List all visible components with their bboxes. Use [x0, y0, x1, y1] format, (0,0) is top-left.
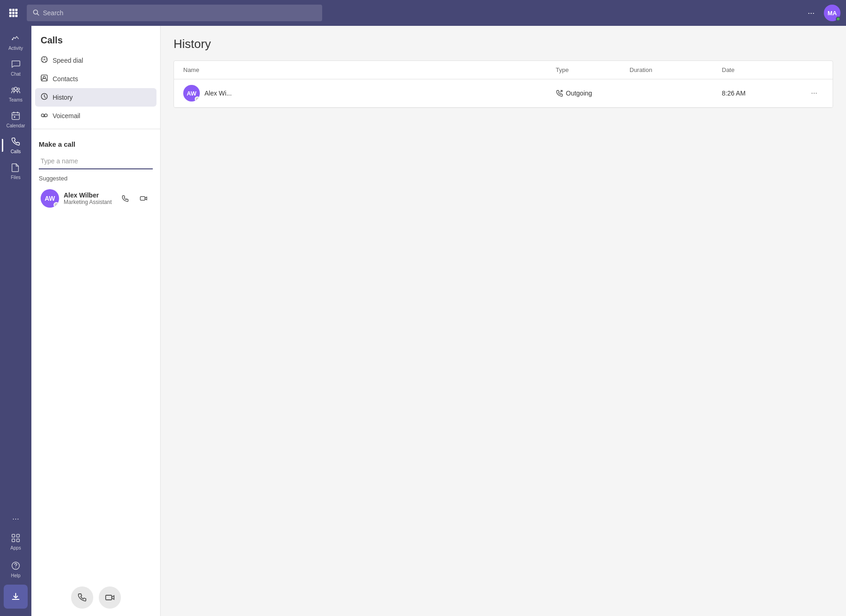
download-button[interactable] — [4, 585, 28, 609]
svg-rect-15 — [12, 113, 19, 120]
svg-rect-21 — [17, 534, 19, 537]
teams-icon — [11, 85, 21, 96]
search-bar[interactable] — [27, 5, 322, 21]
sidebar-item-help[interactable]: Help — [2, 557, 30, 582]
search-input[interactable] — [43, 9, 316, 17]
svg-point-32 — [44, 59, 45, 60]
svg-rect-42 — [140, 197, 145, 200]
svg-point-31 — [42, 59, 43, 60]
svg-rect-7 — [12, 15, 15, 17]
avatar-status-dot — [836, 17, 840, 21]
history-icon — [41, 93, 48, 102]
help-icon — [11, 561, 21, 572]
suggested-label: Suggested — [39, 175, 153, 182]
sidebar-item-label: Calls — [11, 150, 21, 154]
history-type-cell: Outgoing — [556, 90, 630, 97]
suggested-contact-avatar: AW — [41, 189, 59, 208]
sidebar-item-calls[interactable]: Calls — [2, 133, 30, 158]
svg-point-28 — [46, 59, 47, 60]
avatar-status-dot — [54, 202, 59, 208]
make-call-section: Make a call Suggested AW Alex Wilber Mar… — [31, 133, 160, 219]
svg-point-14 — [18, 88, 19, 90]
history-contact-name: Alex Wi... — [204, 90, 232, 97]
col-header-actions — [805, 66, 823, 73]
sidebar-item-calendar[interactable]: Calendar — [2, 107, 30, 132]
sidebar-item-files[interactable]: Files — [2, 159, 30, 184]
sidebar-more-button[interactable]: ··· — [8, 510, 23, 527]
sidebar: Activity Chat Teams — [0, 26, 31, 616]
history-area: History Name Type Duration Date AW Alex … — [161, 26, 846, 616]
files-icon — [11, 162, 21, 174]
dial-video-button[interactable] — [99, 586, 121, 609]
history-contact-avatar: AW — [183, 85, 200, 102]
history-page-title: History — [174, 37, 833, 51]
calls-bottom-buttons — [31, 579, 160, 616]
sidebar-item-label: Files — [11, 175, 20, 180]
sidebar-bottom: ··· Apps — [2, 510, 30, 612]
contacts-icon — [41, 74, 48, 84]
nav-contacts[interactable]: Contacts — [35, 70, 156, 88]
topbar-more-button[interactable]: ··· — [804, 6, 818, 20]
topbar: ··· MA — [0, 0, 846, 26]
svg-rect-0 — [9, 9, 12, 11]
suggested-contact-name: Alex Wilber — [64, 191, 113, 199]
call-contact-button[interactable] — [118, 191, 132, 206]
nav-item-label: Contacts — [53, 75, 78, 83]
sidebar-item-activity[interactable]: Activity — [2, 30, 30, 54]
sidebar-item-chat[interactable]: Chat — [2, 55, 30, 80]
svg-rect-4 — [12, 12, 15, 14]
dial-call-button[interactable] — [71, 586, 93, 609]
suggested-contact-role: Marketing Assistant — [64, 199, 113, 205]
video-contact-button[interactable] — [136, 191, 151, 206]
history-name-cell: AW Alex Wi... — [183, 85, 556, 102]
nav-item-label: Speed dial — [53, 57, 83, 64]
make-call-input[interactable] — [39, 154, 153, 169]
history-table: Name Type Duration Date AW Alex Wi... — [174, 60, 833, 108]
svg-point-40 — [45, 114, 48, 117]
svg-rect-20 — [12, 534, 15, 537]
svg-rect-2 — [15, 9, 18, 11]
nav-speed-dial[interactable]: Speed dial — [35, 51, 156, 70]
svg-point-39 — [42, 114, 44, 117]
divider — [31, 129, 160, 129]
svg-rect-23 — [17, 539, 19, 542]
topbar-right: ··· MA — [804, 5, 840, 21]
svg-point-12 — [14, 87, 17, 90]
suggested-contact-item[interactable]: AW Alex Wilber Marketing Assistant — [39, 185, 153, 211]
svg-rect-5 — [15, 12, 18, 14]
svg-point-29 — [45, 61, 46, 62]
grid-icon[interactable] — [6, 5, 21, 21]
main-layout: Activity Chat Teams — [0, 26, 846, 616]
sidebar-item-label: Chat — [11, 72, 20, 77]
svg-rect-6 — [9, 15, 12, 17]
table-row[interactable]: AW Alex Wi... Outgoing 8:26 AM — [174, 79, 833, 108]
svg-line-10 — [37, 13, 39, 15]
speed-dial-icon — [41, 56, 48, 65]
sidebar-item-label: Help — [11, 574, 21, 578]
history-type-text: Outgoing — [566, 90, 592, 97]
svg-point-11 — [12, 39, 13, 40]
suggested-contact-info: Alex Wilber Marketing Assistant — [64, 191, 113, 205]
svg-point-25 — [15, 568, 16, 568]
sidebar-item-label: Teams — [9, 98, 22, 102]
col-header-date: Date — [722, 66, 805, 73]
search-icon — [33, 9, 39, 17]
sidebar-item-label: Calendar — [6, 124, 25, 128]
svg-point-13 — [12, 88, 14, 90]
sidebar-item-apps[interactable]: Apps — [2, 529, 30, 554]
col-header-duration: Duration — [630, 66, 722, 73]
avatar[interactable]: MA — [824, 5, 840, 21]
activity-icon — [11, 33, 21, 45]
history-date-cell: 8:26 AM — [722, 90, 805, 97]
nav-voicemail[interactable]: Voicemail — [35, 107, 156, 125]
apps-icon — [11, 533, 21, 544]
outgoing-call-icon — [556, 90, 563, 97]
svg-rect-22 — [12, 539, 15, 542]
svg-rect-43 — [106, 595, 112, 600]
sidebar-item-label: Activity — [8, 46, 23, 51]
voicemail-icon — [41, 111, 48, 120]
nav-history[interactable]: History — [35, 88, 156, 107]
col-header-name: Name — [183, 66, 556, 73]
sidebar-item-teams[interactable]: Teams — [2, 81, 30, 106]
history-row-more-button[interactable]: ··· — [805, 87, 823, 99]
